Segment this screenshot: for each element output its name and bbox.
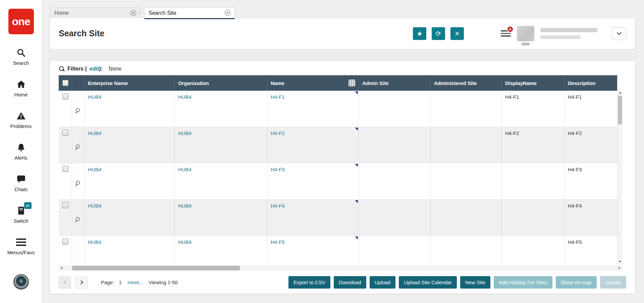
table-body: HUB4 HUB4 H4-F1 H4-F1 H4-F1 HUB4 HUB4 H4… bbox=[59, 91, 617, 265]
scroll-right-icon[interactable] bbox=[617, 265, 622, 271]
horizontal-scrollbar[interactable] bbox=[59, 265, 622, 271]
scroll-left-icon[interactable] bbox=[59, 265, 64, 271]
export-to-csv-button[interactable]: Export to CSV bbox=[288, 276, 330, 289]
organization-link[interactable]: HUB4 bbox=[178, 239, 192, 245]
user-menu-button[interactable]: ★ bbox=[501, 30, 511, 37]
page-number: 1 bbox=[119, 279, 121, 285]
column-header-enterprise-name[interactable]: Enterprise Name bbox=[85, 75, 175, 91]
show-on-map-button[interactable]: Show on map bbox=[556, 276, 597, 289]
context-menu-triangle-icon[interactable] bbox=[355, 164, 358, 167]
menu-bars-icon bbox=[16, 237, 26, 247]
header-actions: ★ ⟳ × bbox=[413, 27, 464, 40]
row-checkbox[interactable] bbox=[62, 93, 68, 99]
row-checkbox[interactable] bbox=[62, 166, 68, 172]
tab-search-site[interactable]: Search Site ✕ bbox=[144, 7, 235, 19]
column-header-administered-site[interactable]: Administered Site bbox=[431, 75, 502, 91]
sidebar: one Search Home Problems Alerts Chats bbox=[0, 0, 42, 303]
add-holiday-for-sites-button[interactable]: Add Holiday For Sites bbox=[494, 276, 552, 289]
chevron-right-icon bbox=[79, 280, 83, 285]
vertical-scroll-thumb[interactable] bbox=[618, 96, 622, 124]
enterprise-name-link[interactable]: HUB4 bbox=[88, 203, 101, 209]
site-name-link[interactable]: H4-F3 bbox=[271, 167, 285, 172]
scroll-down-icon[interactable] bbox=[618, 259, 623, 264]
site-icon bbox=[75, 181, 80, 186]
sidebar-item-label: Search bbox=[13, 60, 29, 66]
sidebar-item-switch[interactable]: ⇄ Switch bbox=[3, 206, 40, 224]
refresh-button[interactable]: ⟳ bbox=[432, 27, 445, 40]
scroll-up-icon[interactable] bbox=[618, 90, 623, 95]
description-cell: H4-F1 bbox=[565, 91, 617, 127]
favorite-button[interactable]: ★ bbox=[413, 27, 426, 40]
search-icon bbox=[16, 48, 26, 58]
column-header-name[interactable]: Name bbox=[267, 75, 359, 91]
description-cell: H4-F2 bbox=[565, 127, 617, 163]
footer-bar: Page: 1 more... Viewing 1-50 Export to C… bbox=[59, 276, 626, 289]
column-header-displayname[interactable]: DisplayName bbox=[502, 75, 565, 91]
chevron-down-icon bbox=[617, 30, 622, 35]
alerts-icon bbox=[16, 142, 26, 153]
row-checkbox[interactable] bbox=[62, 202, 68, 208]
prev-page-button bbox=[59, 276, 71, 289]
new-site-button[interactable]: New Site bbox=[460, 276, 490, 289]
tab-close-icon[interactable]: ✕ bbox=[130, 10, 136, 16]
table-row: HUB4 HUB4 H4-F5 H4-F5 bbox=[59, 236, 617, 265]
refresh-icon: ⟳ bbox=[436, 30, 441, 38]
enterprise-name-link[interactable]: HUB4 bbox=[88, 167, 101, 172]
close-button[interactable]: × bbox=[450, 27, 464, 40]
update-button: Update bbox=[600, 276, 626, 289]
context-menu-triangle-icon[interactable] bbox=[355, 200, 358, 203]
user-zone: ★ bbox=[501, 26, 626, 41]
organization-link[interactable]: HUB4 bbox=[178, 130, 192, 136]
one-logo[interactable]: one bbox=[8, 9, 34, 34]
upload-button[interactable]: Upload bbox=[370, 276, 396, 289]
sidebar-item-menus-favs[interactable]: Menus/Favs bbox=[3, 237, 40, 255]
column-header-admin-site[interactable]: Admin Site bbox=[359, 75, 431, 91]
column-header-description[interactable]: Description bbox=[565, 75, 617, 91]
description-cell: H4-F5 bbox=[565, 236, 617, 265]
context-menu-triangle-icon[interactable] bbox=[355, 128, 358, 131]
vertical-scrollbar[interactable] bbox=[617, 90, 622, 264]
site-name-link[interactable]: H4-F4 bbox=[271, 203, 285, 209]
sidebar-item-chats[interactable]: Chats bbox=[3, 174, 40, 192]
sidebar-item-search[interactable]: Search bbox=[3, 48, 40, 66]
sidebar-item-problems[interactable]: Problems bbox=[3, 111, 40, 129]
enterprise-name-link[interactable]: HUB4 bbox=[88, 94, 101, 100]
star-icon: ★ bbox=[417, 30, 423, 38]
more-pages-link[interactable]: more... bbox=[128, 279, 144, 285]
context-menu-triangle-icon[interactable] bbox=[355, 91, 358, 94]
sidebar-avatar-icon[interactable] bbox=[13, 274, 29, 290]
context-menu-triangle-icon[interactable] bbox=[355, 236, 358, 240]
site-icon bbox=[75, 144, 80, 150]
organization-link[interactable]: HUB4 bbox=[178, 167, 192, 172]
column-header-organization[interactable]: Organization bbox=[175, 75, 267, 91]
administered-site-cell bbox=[431, 200, 502, 235]
user-dropdown-button[interactable] bbox=[612, 27, 626, 40]
enterprise-name-link[interactable]: HUB4 bbox=[88, 130, 101, 136]
organization-link[interactable]: HUB4 bbox=[178, 203, 192, 209]
download-button[interactable]: Download bbox=[334, 276, 366, 289]
row-checkbox[interactable] bbox=[62, 130, 68, 136]
enterprise-name-link[interactable]: HUB4 bbox=[88, 239, 101, 245]
tab-close-icon[interactable]: ✕ bbox=[225, 10, 230, 16]
sidebar-item-home[interactable]: Home bbox=[3, 79, 40, 97]
displayname-cell bbox=[502, 163, 565, 199]
sidebar-item-label: Chats bbox=[14, 186, 28, 192]
user-avatar[interactable] bbox=[517, 26, 534, 41]
viewing-range: Viewing 1-50 bbox=[149, 279, 177, 285]
select-all-checkbox[interactable] bbox=[62, 80, 68, 86]
sidebar-item-alerts[interactable]: Alerts bbox=[3, 142, 40, 161]
filters-edit-link[interactable]: edit bbox=[90, 66, 99, 72]
horizontal-scroll-thumb[interactable] bbox=[72, 266, 240, 270]
site-name-link[interactable]: H4-F2 bbox=[271, 130, 285, 136]
organization-link[interactable]: HUB4 bbox=[178, 94, 192, 100]
tab-home[interactable]: Home ✕ bbox=[50, 7, 141, 18]
row-checkbox[interactable] bbox=[62, 239, 68, 245]
upload-site-calendar-button[interactable]: Upload Site Calendar bbox=[399, 276, 457, 289]
next-page-button[interactable] bbox=[75, 276, 88, 289]
site-name-link[interactable]: H4-F1 bbox=[271, 94, 285, 100]
site-name-link[interactable]: H4-F5 bbox=[271, 239, 285, 245]
tab-strip: Home ✕ Search Site ✕ bbox=[50, 7, 235, 19]
admin-site-cell bbox=[359, 163, 431, 199]
chevron-left-icon bbox=[63, 280, 68, 285]
column-grid-icon[interactable] bbox=[348, 80, 355, 86]
